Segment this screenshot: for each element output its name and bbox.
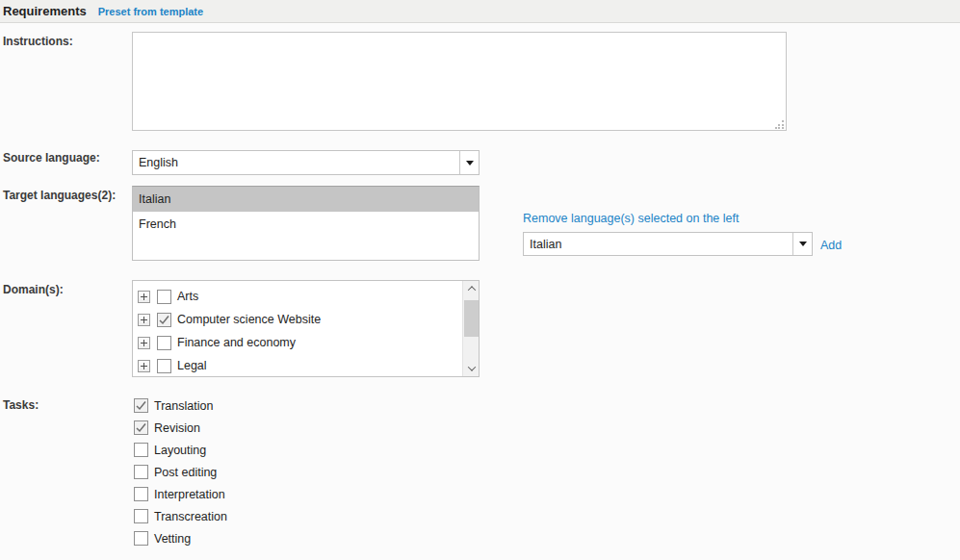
domain-checkbox[interactable] [157, 290, 171, 304]
expand-plus-icon[interactable] [138, 337, 150, 349]
domains-rows: ArtsComputer science WebsiteFinance and … [133, 286, 461, 378]
task-row-vetting: Vetting [134, 531, 191, 546]
instructions-label: Instructions: [3, 35, 73, 48]
section-header: Requirements Preset from template [0, 0, 960, 23]
source-language-dropdown-button[interactable] [459, 151, 479, 174]
scroll-down-button[interactable] [463, 361, 480, 376]
listbox-item-italian[interactable]: Italian [133, 187, 479, 212]
task-row-interpretation: Interpretation [134, 487, 225, 501]
instructions-textarea[interactable] [132, 32, 787, 131]
task-label: Post editing [154, 466, 217, 479]
add-language-value: Italian [524, 233, 792, 255]
task-row-transcreation: Transcreation [134, 509, 227, 523]
domain-checkbox[interactable] [157, 313, 171, 327]
preset-from-template-link[interactable]: Preset from template [98, 6, 203, 17]
target-languages-label: Target languages(2): [3, 189, 116, 202]
expand-plus-icon[interactable] [138, 291, 150, 303]
task-label: Translation [154, 399, 213, 413]
task-checkbox[interactable] [134, 487, 148, 501]
expand-plus-icon[interactable] [138, 314, 150, 326]
tasks-label: Tasks: [3, 398, 39, 412]
domains-tree[interactable]: ArtsComputer science WebsiteFinance and … [132, 280, 480, 377]
scroll-up-button[interactable] [463, 281, 480, 296]
chevron-down-icon [466, 161, 474, 165]
task-label: Interpretation [154, 488, 225, 501]
task-label: Transcreation [154, 510, 227, 523]
remove-languages-link[interactable]: Remove language(s) selected on the left [523, 212, 739, 225]
task-checkbox[interactable] [134, 531, 148, 546]
task-row-layouting: Layouting [134, 443, 206, 457]
task-label: Revision [154, 421, 200, 435]
task-checkbox[interactable] [134, 398, 148, 413]
listbox-item-french[interactable]: French [133, 212, 479, 237]
domain-label: Arts [177, 290, 198, 303]
task-row-revision: Revision [134, 420, 200, 435]
source-language-label: Source language: [3, 151, 100, 165]
chevron-up-icon [467, 286, 475, 293]
chevron-down-icon [467, 363, 475, 370]
task-row-post-editing: Post editing [134, 465, 217, 479]
task-row-translation: Translation [134, 398, 213, 413]
expand-plus-icon[interactable] [138, 360, 150, 372]
requirements-form: Requirements Preset from template Instru… [0, 0, 960, 560]
page-title: Requirements [3, 4, 87, 18]
domain-label: Legal [177, 359, 207, 372]
source-language-select[interactable]: English [132, 150, 480, 175]
chevron-down-icon [799, 242, 807, 246]
domain-label: Computer science Website [177, 313, 321, 326]
task-checkbox[interactable] [134, 465, 148, 479]
add-language-link[interactable]: Add [820, 239, 842, 252]
task-label: Vetting [154, 532, 191, 546]
domains-scrollbar[interactable] [462, 281, 479, 376]
scrollbar-thumb[interactable] [464, 300, 479, 337]
domain-row-finance-and-economy: Finance and economy [133, 332, 461, 355]
domain-row-arts: Arts [133, 286, 461, 309]
domain-label: Finance and economy [177, 336, 296, 349]
task-label: Layouting [154, 444, 206, 457]
task-checkbox[interactable] [134, 509, 148, 523]
domain-row-computer-science-website: Computer science Website [133, 309, 461, 332]
add-language-dropdown-button[interactable] [792, 233, 812, 255]
domain-checkbox[interactable] [157, 359, 171, 373]
domain-checkbox[interactable] [157, 336, 171, 350]
domain-row-legal: Legal [133, 355, 461, 378]
add-language-select[interactable]: Italian [523, 232, 813, 256]
instructions-field-wrap [132, 32, 787, 131]
task-checkbox[interactable] [134, 420, 148, 435]
source-language-value: English [133, 151, 459, 174]
target-languages-listbox[interactable]: ItalianFrench [132, 186, 480, 261]
domains-label: Domain(s): [3, 283, 64, 296]
task-checkbox[interactable] [134, 443, 148, 457]
